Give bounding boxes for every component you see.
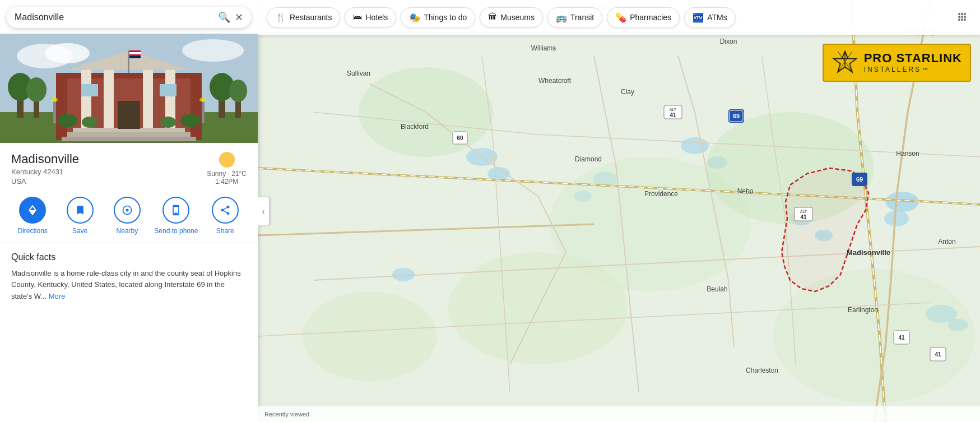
share-label: Share [216, 227, 234, 236]
directions-icon [19, 197, 46, 224]
svg-rect-39 [175, 212, 177, 214]
place-photo [0, 34, 258, 143]
svg-text:Charleston: Charleston [746, 367, 778, 374]
save-label: Save [72, 227, 87, 236]
atms-icon: 🏧 [693, 12, 704, 23]
svg-point-53 [392, 268, 415, 281]
svg-text:69: 69 [733, 113, 740, 119]
svg-text:Earlington: Earlington [848, 306, 878, 314]
ad-trademark: ™ [922, 67, 928, 73]
tab-atms[interactable]: 🏧 ATMs [684, 7, 736, 28]
svg-text:Nebo: Nebo [737, 187, 754, 195]
place-country: USA [11, 177, 79, 186]
search-icon[interactable]: 🔍 [218, 11, 230, 24]
place-name: Madisonville [11, 152, 79, 166]
quick-facts-text: Madisonville is a home rule-class city i… [11, 268, 247, 303]
atms-label: ATMs [707, 13, 727, 22]
svg-point-36 [82, 117, 97, 128]
svg-text:Diamond: Diamond [575, 155, 602, 163]
weather-time: 1:42PM [215, 178, 238, 186]
svg-rect-26 [128, 50, 129, 73]
ad-brand-bottom: INSTALLERS [864, 66, 921, 73]
svg-point-33 [199, 98, 206, 102]
svg-rect-16 [104, 70, 114, 129]
restaurants-label: Restaurants [290, 13, 332, 22]
svg-point-45 [681, 137, 709, 154]
svg-text:Beulah: Beulah [707, 285, 727, 293]
svg-point-58 [303, 291, 437, 381]
nearby-label: Nearby [117, 227, 138, 236]
place-state-zip: Kentucky 42431 [11, 168, 79, 176]
send-to-phone-label: Send to phone [154, 227, 198, 236]
svg-point-12 [229, 80, 247, 102]
transit-icon: 🚌 [556, 12, 567, 23]
directions-button[interactable]: Directions [12, 197, 53, 236]
svg-rect-23 [118, 101, 140, 129]
tab-museums[interactable]: 🏛 Museums [480, 7, 543, 27]
things-to-do-label: Things to do [424, 13, 467, 22]
quick-facts-more-link[interactable]: More [49, 292, 66, 300]
svg-text:41: 41 [670, 112, 676, 118]
museums-icon: 🏛 [488, 12, 497, 22]
svg-text:Anton: Anton [938, 238, 955, 245]
map-topbar: 🍴 Restaurants 🛏 Hotels 🎭 Things to do 🏛 … [258, 0, 980, 35]
ad-banner[interactable]: PRO STARLINK INSTALLERS ™ [823, 44, 971, 82]
svg-point-31 [51, 98, 58, 102]
svg-text:ALT: ALT [670, 108, 677, 112]
tab-pharmacies[interactable]: 💊 Pharmacies [607, 7, 680, 28]
map-area[interactable]: ‹ [258, 0, 980, 422]
svg-rect-28 [129, 52, 141, 54]
svg-text:69: 69 [856, 176, 863, 183]
svg-text:Clay: Clay [621, 88, 634, 96]
svg-text:Sullivan: Sullivan [347, 69, 370, 77]
left-panel: 🔍 ✕ [0, 0, 258, 422]
svg-point-37 [160, 117, 176, 128]
collapse-icon: ‹ [262, 207, 265, 216]
restaurants-icon: 🍴 [275, 12, 286, 23]
nearby-button[interactable]: Nearby [107, 197, 147, 236]
svg-text:41: 41 [898, 335, 905, 341]
nearby-icon [114, 197, 141, 224]
svg-text:41: 41 [800, 214, 807, 220]
svg-text:60: 60 [457, 135, 463, 141]
svg-text:Dixon: Dixon [720, 38, 737, 45]
svg-point-38 [126, 209, 128, 212]
action-buttons: Directions Save Nearby Send to phone Sha… [0, 190, 258, 243]
search-bar: 🔍 ✕ [7, 7, 251, 28]
save-button[interactable]: Save [60, 197, 100, 236]
recently-viewed-text: Recently viewed [264, 411, 309, 418]
svg-point-35 [180, 114, 201, 127]
weather-widget: Sunny · 21°C 1:42PM [207, 152, 247, 186]
share-button[interactable]: Share [205, 197, 245, 236]
svg-point-34 [57, 114, 77, 127]
apps-grid-button[interactable] [953, 8, 971, 29]
close-icon[interactable]: ✕ [235, 11, 243, 24]
svg-rect-25 [160, 84, 177, 96]
svg-rect-30 [53, 101, 56, 123]
tab-hotels[interactable]: 🛏 Hotels [345, 7, 396, 27]
svg-rect-22 [62, 137, 196, 141]
hotels-icon: 🛏 [353, 12, 362, 22]
send-to-phone-icon [162, 197, 189, 224]
ad-brand-top: PRO STARLINK [864, 52, 962, 64]
save-icon [67, 197, 94, 224]
svg-point-2 [45, 43, 90, 63]
search-input[interactable] [15, 12, 213, 22]
tab-transit[interactable]: 🚌 Transit [547, 7, 602, 28]
svg-point-8 [26, 77, 47, 102]
svg-point-3 [182, 39, 244, 62]
quick-facts-section: Quick facts Madisonville is a home rule-… [0, 243, 258, 312]
svg-rect-17 [143, 70, 153, 129]
place-info: Madisonville Kentucky 42431 USA Sunny · … [0, 143, 258, 190]
directions-label: Directions [18, 227, 48, 236]
svg-point-50 [884, 211, 909, 226]
share-icon [212, 197, 239, 224]
collapse-panel-button[interactable]: ‹ [258, 197, 269, 225]
svg-rect-32 [202, 101, 205, 123]
tab-things-to-do[interactable]: 🎭 Things to do [401, 7, 475, 28]
svg-text:Williams: Williams [531, 44, 556, 52]
tab-restaurants[interactable]: 🍴 Restaurants [267, 7, 340, 28]
weather-sun-icon [219, 152, 235, 168]
send-to-phone-button[interactable]: Send to phone [154, 197, 198, 236]
hotels-label: Hotels [365, 13, 388, 22]
